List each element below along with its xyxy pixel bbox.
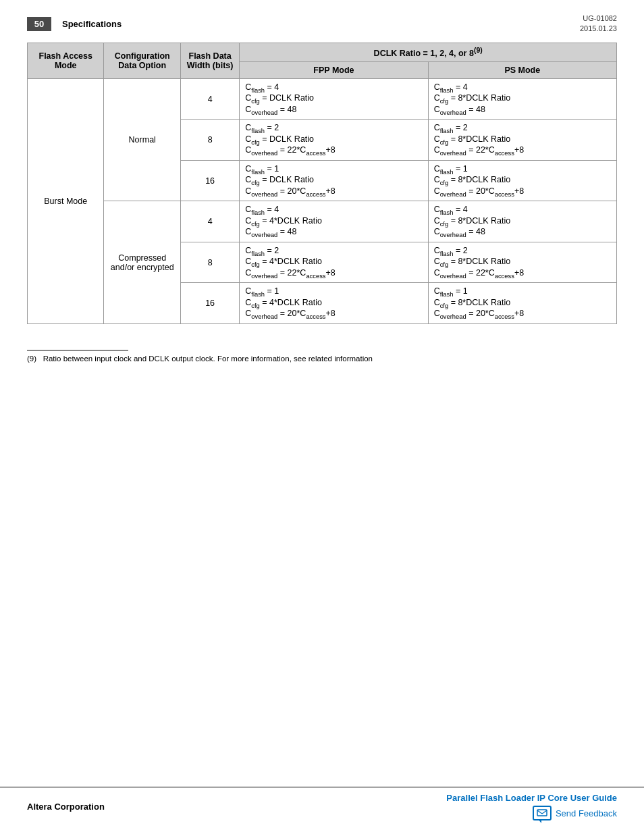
width-8-normal: 8 [180,120,239,161]
fpp-compressed-4: Cflash = 4 Ccfg = 4*DCLK Ratio Coverhead… [240,201,428,242]
dclk-header: DCLK Ratio = 1, 2, 4, or 8(9) [240,43,617,61]
fpp-normal-16: Cflash = 1 Ccfg = DCLK Ratio Coverhead =… [240,160,428,201]
ps-compressed-4: Cflash = 4 Ccfg = 8*DCLK Ratio Coverhead… [428,201,616,242]
ps-normal-4: Cflash = 4 Ccfg = 8*DCLK Ratio Coverhead… [428,78,616,120]
col-flash-width-header: Flash Data Width (bits) [180,43,239,78]
svg-line-1 [537,810,542,814]
flash-access-burst: Burst Mode [28,78,104,323]
footnote-section: (9) Ratio between input clock and DCLK o… [27,344,617,363]
section-title: Specifications [62,19,122,29]
width-8-compressed: 8 [180,242,239,283]
footnote-text: (9) Ratio between input clock and DCLK o… [27,355,617,363]
footnote-divider [27,350,128,350]
fpp-normal-4: Cflash = 4 Ccfg = DCLK Ratio Coverhead =… [240,78,428,120]
width-4-compressed: 4 [180,201,239,242]
doc-title: Parallel Flash Loader IP Core User Guide [446,793,617,803]
footnote-content: Ratio between input clock and DCLK outpu… [43,355,373,363]
ps-normal-16: Cflash = 1 Ccfg = 8*DCLK Ratio Coverhead… [428,160,616,201]
company-name: Altera Corporation [27,802,105,812]
svg-line-2 [542,810,547,814]
fpp-normal-8: Cflash = 2 Ccfg = DCLK Ratio Coverhead =… [240,120,428,161]
specs-table: Flash Access Mode Configuration Data Opt… [27,43,617,324]
feedback-icon [533,806,552,820]
ps-normal-8: Cflash = 2 Ccfg = 8*DCLK Ratio Coverhead… [428,120,616,161]
header-left: 50 Specifications [27,17,122,31]
width-16-compressed: 16 [180,283,239,324]
col-flash-access-header: Flash Access Mode [28,43,104,78]
fpp-mode-header: FPP Mode [240,61,428,78]
page-header: 50 Specifications UG-01082 2015.01.23 [27,14,617,34]
config-data-normal: Normal [104,78,180,201]
footnote-number: (9) [27,355,36,363]
feedback-label: Send Feedback [556,808,617,818]
width-4-normal: 4 [180,78,239,120]
footer-right: Parallel Flash Loader IP Core User Guide… [446,793,617,820]
doc-date: 2015.01.23 [580,24,617,34]
page-number: 50 [27,17,51,31]
page-container: 50 Specifications UG-01082 2015.01.23 Fl… [0,0,644,403]
ps-compressed-8: Cflash = 2 Ccfg = 8*DCLK Ratio Coverhead… [428,242,616,283]
config-data-compressed: Compressed and/or encrypted [104,201,180,324]
fpp-compressed-16: Cflash = 1 Ccfg = 4*DCLK Ratio Coverhead… [240,283,428,324]
fpp-compressed-8: Cflash = 2 Ccfg = 4*DCLK Ratio Coverhead… [240,242,428,283]
doc-id: UG-01082 [580,14,617,24]
header-right: UG-01082 2015.01.23 [580,14,617,34]
table-row: Compressed and/or encrypted 4 Cflash = 4… [28,201,617,242]
table-row: Burst Mode Normal 4 Cflash = 4 Ccfg = DC… [28,78,617,120]
width-16-normal: 16 [180,160,239,201]
svg-rect-0 [537,810,547,816]
page-footer: Altera Corporation Parallel Flash Loader… [0,787,644,820]
col-config-data-header: Configuration Data Option [104,43,180,78]
ps-mode-header: PS Mode [428,61,616,78]
ps-compressed-16: Cflash = 1 Ccfg = 8*DCLK Ratio Coverhead… [428,283,616,324]
feedback-button[interactable]: Send Feedback [533,806,617,820]
